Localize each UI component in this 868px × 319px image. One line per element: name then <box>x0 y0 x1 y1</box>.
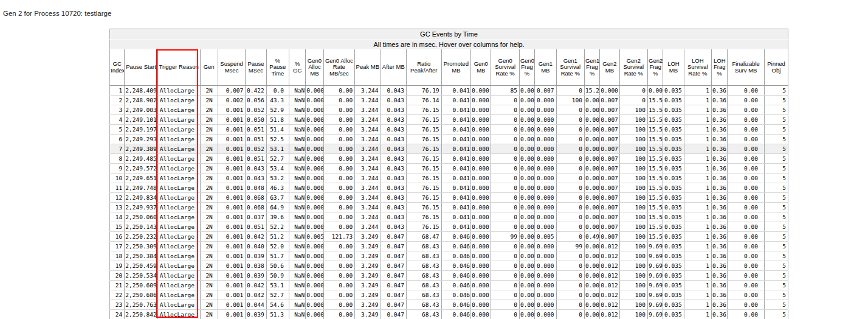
cell: 0.36 <box>712 144 728 154</box>
cell: 0.000 <box>535 144 556 154</box>
table-row[interactable]: 232,250.763AllocLarge2N0.0010.04454.6NaN… <box>110 300 788 310</box>
table-row[interactable]: 52,249.197AllocLarge2N0.0010.05151.4NaN0… <box>110 125 788 135</box>
table-row[interactable]: 62,249.293AllocLarge2N0.0010.05152.5NaN0… <box>110 135 788 144</box>
column-header[interactable]: After MB <box>381 49 406 86</box>
cell: 0.000 <box>471 261 491 271</box>
cell: 100 <box>619 174 647 183</box>
table-row[interactable]: 112,249.748AllocLarge2N0.0010.04846.3NaN… <box>110 183 788 193</box>
cell: 0.36 <box>712 183 728 193</box>
column-header[interactable]: Gen1 MB <box>535 49 556 86</box>
cell: NaN <box>289 105 306 115</box>
cell: 0.035 <box>663 310 684 319</box>
cell: 0.00 <box>519 144 534 154</box>
table-row[interactable]: 132,249.937AllocLarge2N0.0010.06864.9NaN… <box>110 203 788 212</box>
cell: 0.36 <box>712 242 728 251</box>
cell: 0.00 <box>323 242 355 251</box>
column-header[interactable]: Promoted MB <box>441 49 471 86</box>
table-subtitle: All times are in msec. Hover over column… <box>110 40 788 49</box>
column-header[interactable]: Pause Start <box>125 49 158 86</box>
column-header[interactable]: Peak MB <box>355 49 381 86</box>
gc-events-table-container: GC Events by Time All times are in msec.… <box>109 29 788 319</box>
cell: 0.001 <box>218 203 245 212</box>
table-row[interactable]: 82,249.485AllocLarge2N0.0010.05152.7NaN0… <box>110 154 788 164</box>
cell: 2,248.409 <box>125 86 158 96</box>
column-header[interactable]: Gen2 Frag % <box>648 49 663 86</box>
column-header[interactable]: GC Index <box>110 49 125 86</box>
column-header[interactable]: Gen0 Alloc Rate MB/sec <box>323 49 355 86</box>
cell: 0.00 <box>323 222 355 232</box>
table-row[interactable]: 212,250.609AllocLarge2N0.0010.04253.1NaN… <box>110 281 788 290</box>
cell: 0 <box>491 212 519 222</box>
cell: 0.00 <box>323 290 355 300</box>
cell: 0.039 <box>246 271 266 281</box>
table-row[interactable]: 122,249.834AllocLarge2N0.0010.06863.7NaN… <box>110 193 788 203</box>
cell: 0.000 <box>306 86 323 96</box>
cell: 0 <box>619 86 647 96</box>
table-row[interactable]: 162,250.232AllocLarge2N0.0010.04251.2NaN… <box>110 232 788 242</box>
cell: 0.068 <box>246 193 266 203</box>
table-row[interactable]: 192,250.459AllocLarge2N0.0010.03850.6NaN… <box>110 261 788 271</box>
cell: 0.36 <box>712 212 728 222</box>
cell: AllocLarge <box>157 105 200 115</box>
table-row[interactable]: 202,250.534AllocLarge2N0.0010.03950.9NaN… <box>110 271 788 281</box>
cell: 0.001 <box>218 164 245 174</box>
column-header[interactable]: Gen2 Survival Rate % <box>619 49 647 86</box>
column-header[interactable]: Suspend Msec <box>218 49 245 86</box>
cell: 0.000 <box>306 193 323 203</box>
cell: 0.000 <box>306 251 323 261</box>
table-row[interactable]: 92,249.572AllocLarge2N0.0010.04353.4NaN0… <box>110 164 788 174</box>
table-row[interactable]: 72,249.389AllocLarge2N0.0010.05253.1NaN0… <box>110 144 788 154</box>
table-row[interactable]: 12,248.409AllocLarge2N0.0070.4220.0NaN0.… <box>110 86 788 96</box>
column-header[interactable]: Finalizable Surv MB <box>728 49 765 86</box>
cell: 76.19 <box>407 86 442 96</box>
cell: 0.043 <box>381 193 406 203</box>
column-header[interactable]: LOH MB <box>663 49 684 86</box>
table-row[interactable]: 172,250.309AllocLarge2N0.0010.04052.0NaN… <box>110 242 788 251</box>
cell: 76.15 <box>407 105 442 115</box>
column-header[interactable]: Ratio Peak/After <box>407 49 442 86</box>
cell: 76.15 <box>407 135 442 144</box>
column-header[interactable]: LOH Survival Rate % <box>684 49 711 86</box>
table-row[interactable]: 102,249.651AllocLarge2N0.0010.04353.2NaN… <box>110 174 788 183</box>
table-row[interactable]: 242,250.842AllocLarge2N0.0010.03951.3NaN… <box>110 310 788 319</box>
column-header[interactable]: Gen0 Frag % <box>519 49 534 86</box>
cell: 0.000 <box>306 154 323 164</box>
column-header[interactable]: Pinned Obj <box>764 49 788 86</box>
table-row[interactable]: 22,248.902AllocLarge2N0.0020.05643.3NaN0… <box>110 96 788 105</box>
column-header[interactable]: Gen1 Frag % <box>584 49 599 86</box>
cell: NaN <box>289 125 306 135</box>
cell: 0.041 <box>441 115 471 125</box>
cell: 0.00 <box>519 281 534 290</box>
column-header[interactable]: Gen0 Survival Rate % <box>491 49 519 86</box>
cell: 0.00 <box>584 271 599 281</box>
column-header[interactable]: % GC <box>289 49 306 86</box>
cell: 52.9 <box>266 105 289 115</box>
column-header[interactable]: Pause MSec <box>246 49 266 86</box>
table-row[interactable]: 142,250.060AllocLarge2N0.0010.03739.6NaN… <box>110 212 788 222</box>
table-row[interactable]: 32,249.003AllocLarge2N0.0010.05252.9NaN0… <box>110 105 788 115</box>
cell: 0.007 <box>600 105 619 115</box>
column-header[interactable]: % Pause Time <box>266 49 289 86</box>
cell: NaN <box>289 242 306 251</box>
column-header[interactable]: Gen1 Survival Rate % <box>556 49 584 86</box>
cell: 0.000 <box>471 251 491 261</box>
cell: 0.047 <box>381 271 406 281</box>
cell: 0 <box>619 96 647 105</box>
table-row[interactable]: 152,250.143AllocLarge2N0.0010.05152.2NaN… <box>110 222 788 232</box>
table-row[interactable]: 182,250.384AllocLarge2N0.0010.03951.7NaN… <box>110 251 788 261</box>
cell: 0 <box>556 251 584 261</box>
cell: 100 <box>619 164 647 174</box>
cell: 2N <box>200 261 218 271</box>
column-header[interactable]: Trigger Reason <box>157 49 200 86</box>
column-header[interactable]: Gen2 MB <box>600 49 619 86</box>
cell: NaN <box>289 212 306 222</box>
column-header[interactable]: Gen <box>200 49 218 86</box>
table-row[interactable]: 222,250.686AllocLarge2N0.0010.04252.7NaN… <box>110 290 788 300</box>
cell: 2N <box>200 290 218 300</box>
column-header[interactable]: Gen0 Alloc MB <box>306 49 323 86</box>
column-header[interactable]: Gen0 MB <box>471 49 491 86</box>
table-row[interactable]: 42,249.101AllocLarge2N0.0010.05051.8NaN0… <box>110 115 788 125</box>
cell: 2,250.459 <box>125 261 158 271</box>
column-header[interactable]: LOH Frag % <box>712 49 728 86</box>
cell: 0.007 <box>535 86 556 96</box>
